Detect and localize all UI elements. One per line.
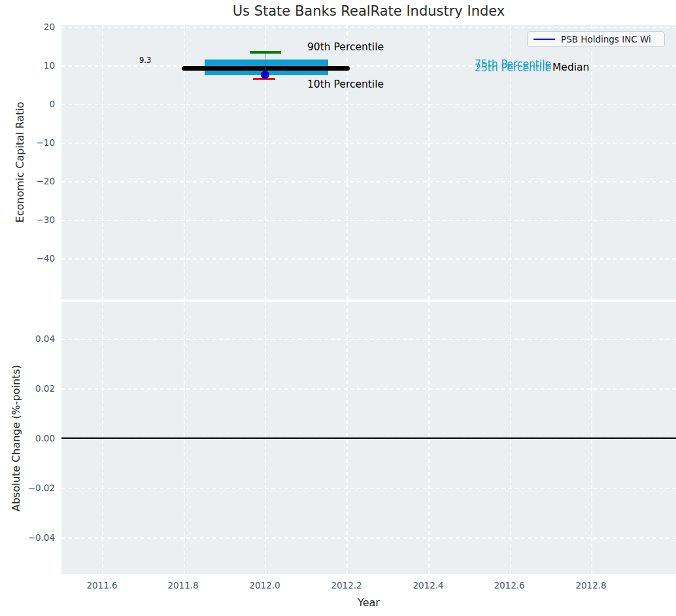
ytick-bottom: −0.02 bbox=[0, 482, 55, 494]
gridline-v bbox=[591, 25, 592, 299]
chart-title: Us State Banks RealRate Industry Index bbox=[61, 3, 676, 19]
gridline-h bbox=[61, 258, 676, 260]
ytick-bottom: −0.04 bbox=[0, 532, 55, 543]
gridline-h bbox=[61, 339, 676, 340]
gridline-h bbox=[61, 27, 676, 28]
p90-label: 90th Percentile bbox=[307, 41, 384, 54]
ytick-top: −40 bbox=[0, 252, 55, 264]
series-data-point bbox=[261, 71, 269, 79]
ytick-top: −20 bbox=[0, 175, 55, 187]
p25-label: 25th Percentile bbox=[475, 61, 551, 75]
gridline-h bbox=[61, 388, 676, 390]
ytick-top: −10 bbox=[0, 137, 55, 148]
median-text-label: Median bbox=[552, 61, 589, 74]
legend-label: PSB Holdings INC Wi bbox=[561, 34, 651, 44]
zero-reference-line bbox=[61, 437, 676, 439]
median-value-label: 9.3 bbox=[139, 56, 151, 65]
xtick: 2012.0 bbox=[237, 580, 292, 590]
xtick: 2012.6 bbox=[482, 580, 537, 590]
ytick-bottom: 0.02 bbox=[0, 383, 55, 394]
xtick: 2012.8 bbox=[564, 580, 618, 590]
gridline-v bbox=[102, 25, 103, 299]
x-axis-label: Year bbox=[358, 596, 380, 609]
gridline-h bbox=[61, 181, 676, 182]
ytick-bottom: 0.04 bbox=[0, 333, 55, 345]
top-plot-area: 9.3 90th Percentile 10th Percentile 75th… bbox=[61, 25, 676, 299]
p90-tick-marker bbox=[250, 51, 281, 54]
gridline-h bbox=[61, 538, 676, 539]
ytick-top: 0 bbox=[0, 98, 55, 110]
gridline-v bbox=[428, 25, 430, 299]
ytick-bottom: 0.00 bbox=[0, 432, 55, 444]
gridline-h bbox=[61, 143, 676, 144]
xtick: 2012.2 bbox=[319, 580, 374, 590]
xtick: 2011.8 bbox=[156, 580, 211, 590]
ytick-top: 20 bbox=[0, 21, 55, 33]
top-y-axis-label: Economic Capital Ratio bbox=[14, 102, 26, 223]
legend: PSB Holdings INC Wi bbox=[527, 31, 665, 47]
median-line bbox=[182, 66, 350, 71]
xtick: 2012.4 bbox=[401, 580, 456, 590]
gridline-h bbox=[61, 488, 676, 489]
p10-label: 10th Percentile bbox=[307, 78, 384, 91]
gridline-h bbox=[61, 104, 676, 105]
legend-line-sample bbox=[533, 39, 555, 41]
gridline-h bbox=[61, 220, 676, 221]
ytick-top: 10 bbox=[0, 60, 55, 71]
ytick-top: −30 bbox=[0, 214, 55, 226]
figure: Us State Banks RealRate Industry Index 9… bbox=[0, 0, 676, 616]
xtick: 2011.6 bbox=[75, 580, 129, 590]
bottom-y-axis-label: Absolute Change (%-points) bbox=[10, 365, 22, 511]
bottom-plot-area bbox=[61, 302, 676, 574]
